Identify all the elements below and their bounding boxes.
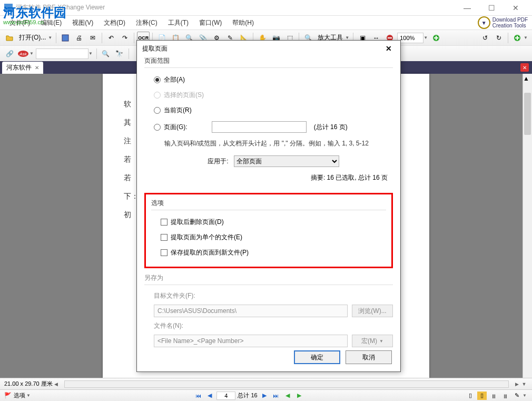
checkbox-icon[interactable]: [161, 219, 168, 226]
saveas-label: 另存为: [144, 273, 393, 282]
pages-total-label: (总计 16 页): [314, 123, 348, 132]
radio-pages[interactable]: 页面(G): (总计 16 页): [154, 118, 393, 136]
check-save-label: 保存提取的页面到新文件(P): [171, 248, 249, 257]
dialog-close-icon[interactable]: ✕: [382, 42, 395, 55]
check-delete-label: 提取后删除页面(D): [171, 218, 224, 227]
macro-button: 宏(M) ▼: [352, 335, 393, 347]
dialog-overlay: 提取页面 ✕ 页面范围 全部(A) 选择的页面(S): [0, 0, 532, 401]
checkbox-icon[interactable]: [161, 234, 168, 241]
check-delete-after[interactable]: 提取后删除页面(D): [161, 214, 386, 230]
radio-current-icon[interactable]: [154, 107, 161, 114]
radio-all[interactable]: 全部(A): [154, 72, 393, 87]
checkbox-icon[interactable]: [161, 249, 168, 256]
dialog-title: 提取页面: [142, 44, 168, 53]
radio-all-label: 全部(A): [164, 75, 185, 84]
dialog-title-bar[interactable]: 提取页面 ✕: [137, 41, 400, 56]
folder-label: 目标文件夹(F):: [154, 289, 393, 302]
radio-current-label: 当前页(R): [164, 106, 192, 115]
cancel-button[interactable]: 取消: [346, 350, 392, 364]
check-save-new[interactable]: 保存提取的页面到新文件(P): [161, 245, 386, 260]
radio-current[interactable]: 当前页(R): [154, 103, 393, 118]
extract-pages-dialog: 提取页面 ✕ 页面范围 全部(A) 选择的页面(S): [136, 40, 401, 372]
apply-label: 应用于:: [208, 157, 228, 166]
pages-hint: 输入页码和/或范围，从文档开头计起，用 "," 分隔。例如，输入 1, 3, 5…: [154, 136, 393, 151]
apply-select[interactable]: 全部页面: [234, 155, 339, 167]
options-group-label: 选项: [151, 199, 386, 208]
radio-pages-icon[interactable]: [154, 124, 161, 131]
check-single-file[interactable]: 提取页面为单个的文件(E): [161, 230, 386, 245]
folder-input: [154, 305, 348, 317]
radio-all-icon[interactable]: [154, 76, 161, 83]
ok-button[interactable]: 确定: [294, 350, 340, 364]
pages-input[interactable]: [212, 121, 307, 133]
filename-label: 文件名(N):: [154, 319, 393, 332]
range-summary: 摘要: 16 已选取, 总计 16 页: [154, 171, 393, 188]
page-range-label: 页面范围: [144, 56, 393, 65]
radio-selected-icon: [154, 92, 161, 99]
radio-selected-label: 选择的页面(S): [164, 91, 204, 100]
options-highlight-box: 选项 提取后删除页面(D) 提取页面为单个的文件(E) 保存提取的页面到新文件(…: [144, 193, 393, 268]
check-single-label: 提取页面为单个的文件(E): [171, 233, 242, 242]
radio-selected: 选择的页面(S): [154, 87, 393, 103]
saveas-group: 另存为 目标文件夹(F): 浏览(W)... 文件名(N): 宏(M) ▼: [144, 273, 393, 349]
radio-pages-label: 页面(G):: [164, 123, 188, 132]
page-range-group: 页面范围 全部(A) 选择的页面(S) 当前页(R): [144, 56, 393, 188]
filename-input: [154, 335, 348, 347]
browse-button: 浏览(W)...: [352, 305, 393, 317]
